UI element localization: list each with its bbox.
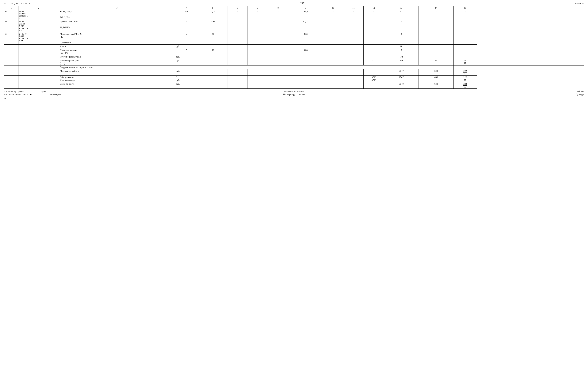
cell-ib-4: руб. [175,59,198,66]
cell-plan-12: - [364,48,384,55]
cell-itogo-1 [4,45,18,48]
cell-plan-10: - [323,48,343,55]
cell-64-10: - [323,10,343,20]
cell-plan-1 [4,48,18,55]
col-header-9: 9 [288,6,323,10]
cell-66-2: 24-I6-49 I-065 ССРСЦ У т.IO [18,32,59,45]
cell-e-3: ОборудованиеИтого по сводке [59,75,175,82]
cell-itogo-3: Итого [59,45,175,48]
cell-v-10 [323,82,343,88]
signature-2 [34,93,49,96]
cell-i2b-12 [364,55,384,59]
cell-itogo-11 [343,45,364,48]
header-right: 19463-29 [575,2,584,5]
frac-e: 222 77 [463,76,467,81]
cell-v-6 [227,82,248,88]
cell-plan-14: - [419,48,454,55]
cell-itogo-10 [323,45,343,48]
cell-ib-1 [4,59,18,66]
cell-e-1 [4,75,18,82]
footer-right-line1: Зайцева [391,90,584,93]
cell-m-5 [198,69,228,75]
cell-v-13: 8540 [384,82,419,88]
cell-v-2 [18,82,59,88]
cell-v-15: 222 77 [454,82,477,88]
cell-m-13: 2747 [384,69,419,75]
cell-64-15: - [454,10,477,20]
cell-ib-11 [343,59,364,66]
footer-left-line2: Начальник отдела смет и ПОС Ворожцова [4,93,197,96]
cell-plan-2 [18,48,59,55]
cell-65-9: 32,92 [288,20,323,32]
cell-plan-3: Плановые накопле-ния - 8% [59,48,175,55]
cell-65-5: 0,02 [198,20,228,32]
cell-66-11: - [343,32,364,45]
cell-65-13: I [384,20,419,32]
cell-ib-9 [288,59,323,66]
cell-v-14: 640 [419,82,454,88]
header-center: – 265 – [298,2,307,5]
cell-st-1 [4,66,18,69]
cell-m-4: руб. [175,69,198,75]
cell-i2b-6 [227,55,248,59]
cell-ib-12: 273 [364,59,384,66]
cell-plan-8: - [268,48,288,55]
cell-e-7 [248,75,268,82]
cell-e-11 [343,75,364,82]
cell-itogo-13: 68 [384,45,419,48]
table-row-itogoB: Итого по разделу В(I+II) руб. 273 29I 63… [4,59,584,66]
cell-66-14: - [419,32,454,45]
cell-v-4: руб. [175,82,198,88]
cell-e-14: 640 [419,75,454,82]
frac-ib: 49 I7 [464,59,466,65]
col-header-11: 11 [343,6,364,10]
cell-i2b-11 [343,55,364,59]
table-row-vsego: Всего по смете руб. 8540 640 222 77 [4,82,584,88]
cell-64-2: I5-09 т.6-OI6 ССРСЦ У т.2 [18,10,59,20]
cell-v-8 [268,82,288,88]
cell-i2b-8 [268,55,288,59]
cell-st-2 [18,66,59,69]
cell-ib-10 [323,59,343,66]
cell-m-3: Монтажные работы [59,69,175,75]
cell-64-3: То же, 7х2,5240хI,II9= [59,10,175,20]
main-table: 1 2 3 4 5 6 7 8 9 10 11 12 13 14 15 64 I… [4,6,584,89]
col-header-3: 3 [59,6,175,10]
frac-m: 222 77 [463,70,467,75]
cell-itogo-4: руб. [175,45,198,48]
cell-v-1 [4,82,18,88]
cell-m-6 [227,69,248,75]
cell-64-8: - [268,10,288,20]
footer-middle-line1: Составила от. инженер [197,90,391,93]
cell-st-14 [454,66,477,69]
table-row: 66 24-I6-49 I-065 ССРСЦ У т.IO Металлору… [4,32,584,45]
cell-e-9 [288,75,323,82]
footer-right-line2: Пундурс [391,93,584,96]
cell-65-1: 65 [4,20,18,32]
cell-e-13: 2747 [384,75,419,82]
cell-plan-5: 68 [198,48,228,55]
cell-plan-11: - [343,48,364,55]
cell-m-14: 640 [419,69,454,75]
table-row-itogo: Итого руб. 68 [4,45,584,48]
cell-i2b-5 [198,55,228,59]
cell-e-5 [198,75,228,82]
cell-v-7 [248,82,268,88]
cell-i2b-3: Итого по разделу II-В [59,55,175,59]
col-header-14: 14 [419,6,454,10]
cell-v-9 [288,82,323,88]
cell-66-3: Металлорукав РЗ-Ц-Х--250,307хI,074 [59,32,175,45]
frac-v: 222 77 [463,83,467,88]
cell-66-1: 66 [4,32,18,45]
cell-66-10: - [323,32,343,45]
col-header-15: 15 [454,6,477,10]
table-header-row: 1 2 3 4 5 6 7 8 9 10 11 12 13 14 15 [4,6,584,10]
table-row: 65 I5-09 доп.I4 5-078 ССРСЦ У т.3 Провод… [4,20,584,32]
cell-itogo-6 [227,45,248,48]
col-header-7: 7 [248,6,268,10]
cell-ib-2 [18,59,59,66]
cell-66-13: 3 [384,32,419,45]
cell-plan-13: 5 [384,48,419,55]
cell-65-6: - [227,20,248,32]
cell-ib-8 [268,59,288,66]
